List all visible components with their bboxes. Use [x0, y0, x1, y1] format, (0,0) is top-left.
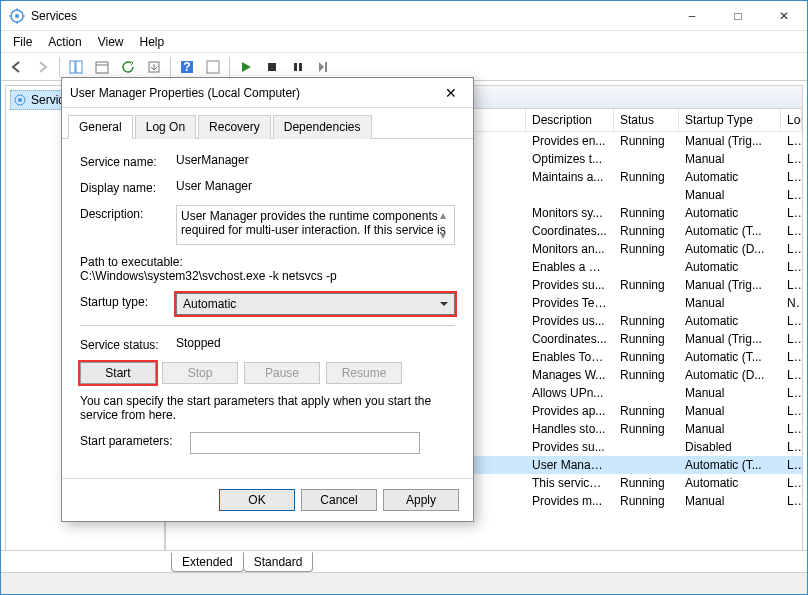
forward-button[interactable]	[31, 55, 55, 79]
col-startup[interactable]: Startup Type	[679, 109, 781, 131]
cancel-button[interactable]: Cancel	[301, 489, 377, 511]
ok-button[interactable]: OK	[219, 489, 295, 511]
svg-rect-3	[76, 61, 82, 73]
properties-button[interactable]	[90, 55, 114, 79]
pause-service-icon[interactable]	[286, 55, 310, 79]
refresh-button[interactable]	[116, 55, 140, 79]
start-params-note: You can specify the start parameters tha…	[80, 394, 455, 422]
svg-text:?: ?	[183, 60, 190, 74]
svg-rect-12	[299, 63, 302, 71]
apply-button[interactable]: Apply	[383, 489, 459, 511]
status-bar	[1, 572, 807, 594]
start-button[interactable]: Start	[80, 362, 156, 384]
description-box[interactable]: User Manager provides the runtime compon…	[176, 205, 455, 245]
svg-rect-4	[96, 62, 108, 73]
scroll-up-icon[interactable]: ▴	[440, 208, 452, 222]
label-display-name: Display name:	[80, 179, 176, 195]
value-service-name: UserManager	[176, 153, 455, 167]
tab-general[interactable]: General	[68, 115, 133, 139]
pause-button: Pause	[244, 362, 320, 384]
menu-file[interactable]: File	[5, 33, 40, 51]
label-service-name: Service name:	[80, 153, 176, 169]
col-logon[interactable]: Log On As	[781, 109, 802, 131]
back-button[interactable]	[5, 55, 29, 79]
stop-button: Stop	[162, 362, 238, 384]
svg-point-1	[15, 14, 19, 18]
properties-dialog: User Manager Properties (Local Computer)…	[61, 77, 474, 522]
start-params-input[interactable]	[190, 432, 420, 454]
label-start-params: Start parameters:	[80, 432, 190, 448]
startup-type-combo[interactable]: Automatic	[176, 293, 455, 315]
label-path: Path to executable:	[80, 255, 455, 269]
label-description: Description:	[80, 205, 176, 221]
start-service-icon[interactable]	[234, 55, 258, 79]
label-service-status: Service status:	[80, 336, 176, 352]
value-service-status: Stopped	[176, 336, 455, 350]
show-hide-tree-button[interactable]	[64, 55, 88, 79]
col-description[interactable]: Description	[526, 109, 614, 131]
help2-button[interactable]	[201, 55, 225, 79]
menu-action[interactable]: Action	[40, 33, 89, 51]
restart-service-icon[interactable]	[312, 55, 336, 79]
svg-point-15	[18, 98, 22, 102]
svg-rect-13	[325, 62, 327, 72]
col-status[interactable]: Status	[614, 109, 679, 131]
services-app-icon	[9, 8, 25, 24]
maximize-button[interactable]: □	[715, 1, 761, 31]
help-button[interactable]: ?	[175, 55, 199, 79]
stop-service-icon[interactable]	[260, 55, 284, 79]
tab-logon[interactable]: Log On	[135, 115, 196, 139]
svg-rect-10	[268, 63, 276, 71]
menu-help[interactable]: Help	[132, 33, 173, 51]
gear-icon	[13, 93, 27, 107]
close-button[interactable]: ✕	[761, 1, 807, 31]
svg-rect-11	[294, 63, 297, 71]
svg-rect-2	[70, 61, 75, 73]
scroll-down-icon[interactable]: ▾	[440, 228, 452, 242]
tab-standard[interactable]: Standard	[243, 552, 314, 572]
window-title: Services	[31, 9, 669, 23]
description-text: User Manager provides the runtime compon…	[181, 209, 446, 237]
label-startup-type: Startup type:	[80, 293, 176, 309]
minimize-button[interactable]: –	[669, 1, 715, 31]
export-button[interactable]	[142, 55, 166, 79]
dialog-title: User Manager Properties (Local Computer)	[70, 86, 437, 100]
resume-button: Resume	[326, 362, 402, 384]
tab-recovery[interactable]: Recovery	[198, 115, 271, 139]
startup-type-value: Automatic	[183, 297, 236, 311]
svg-rect-9	[207, 61, 219, 73]
dialog-close-button[interactable]: ✕	[437, 79, 465, 107]
tab-dependencies[interactable]: Dependencies	[273, 115, 372, 139]
tab-extended[interactable]: Extended	[171, 553, 244, 572]
menu-view[interactable]: View	[90, 33, 132, 51]
menu-bar: File Action View Help	[1, 31, 807, 53]
value-display-name: User Manager	[176, 179, 455, 193]
value-path: C:\Windows\system32\svchost.exe -k netsv…	[80, 269, 455, 283]
